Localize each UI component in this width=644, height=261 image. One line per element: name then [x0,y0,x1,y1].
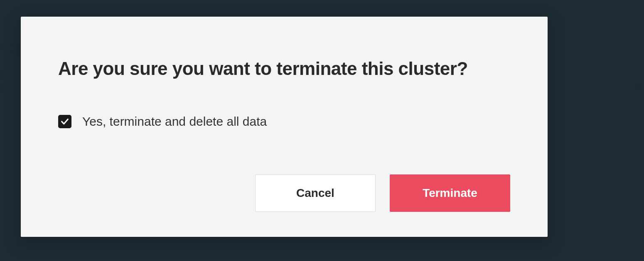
checkmark-icon [60,117,69,126]
confirm-checkbox-row[interactable]: Yes, terminate and delete all data [58,114,510,129]
cancel-button-label: Cancel [296,186,334,200]
cancel-button[interactable]: Cancel [255,174,376,212]
terminate-button-label: Terminate [423,186,477,200]
terminate-button[interactable]: Terminate [390,174,510,212]
confirm-checkbox[interactable] [58,115,71,128]
dialog-title: Are you sure you want to terminate this … [58,58,510,80]
terminate-cluster-dialog: Are you sure you want to terminate this … [21,17,548,237]
dialog-button-row: Cancel Terminate [58,145,510,212]
confirm-checkbox-label[interactable]: Yes, terminate and delete all data [82,114,267,129]
